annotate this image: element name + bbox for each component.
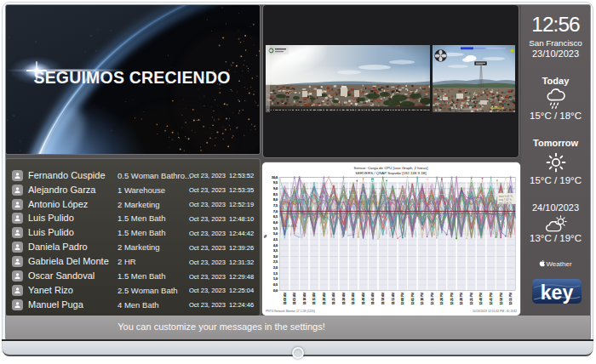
svg-text:Sensor: Carga de CPU [sive Gra: Sensor: Carga de CPU [sive Graph, 2 hora… (354, 166, 428, 170)
svg-text:key: key (541, 282, 574, 304)
svg-text:11:30 AM: 11:30 AM (342, 293, 346, 304)
svg-text:11:50 AM: 11:50 AM (381, 293, 385, 304)
svg-text:12:15 PM: 12:15 PM (431, 293, 434, 305)
svg-text:12:35 PM: 12:35 PM (470, 293, 473, 305)
svg-text:5,5: 5,5 (273, 227, 278, 230)
svg-text:PRTG Network Monitor 17.1.28 (: PRTG Network Monitor 17.1.28 (1220) (266, 310, 315, 313)
svg-text:max 9,61 %: max 9,61 % (499, 195, 513, 198)
svg-text:12:50 PM: 12:50 PM (500, 293, 503, 305)
svg-text:12:20 PM: 12:20 PM (440, 293, 444, 305)
svg-text:12:55 PM: 12:55 PM (509, 293, 513, 305)
svg-text:11:25 AM: 11:25 AM (332, 293, 335, 304)
svg-text:0,5: 0,5 (273, 283, 278, 287)
svg-text:11:45 AM: 11:45 AM (371, 293, 375, 304)
svg-text:11:20 AM: 11:20 AM (323, 293, 326, 304)
svg-text:1,0: 1,0 (273, 277, 278, 281)
svg-text:11:05 AM: 11:05 AM (293, 293, 296, 304)
svg-text:7,5: 7,5 (273, 204, 278, 208)
svg-text:11:00 AM: 11:00 AM (284, 293, 287, 304)
svg-text:3,5: 3,5 (273, 249, 278, 253)
svg-text:11:10 AM: 11:10 AM (303, 293, 307, 304)
svg-text:3,0: 3,0 (273, 255, 278, 259)
svg-text:12:10 PM: 12:10 PM (421, 293, 424, 305)
svg-text:8,0: 8,0 (273, 198, 278, 202)
svg-text:11:35 AM: 11:35 AM (352, 293, 355, 304)
svg-text:11:15 AM: 11:15 AM (312, 293, 316, 304)
svg-text:avg 7,02 %: avg 7,02 % (499, 198, 512, 202)
svg-text:SEGUIMOS CRECIENDO: SEGUIMOS CRECIENDO (33, 68, 230, 87)
svg-text:9,0: 9,0 (273, 187, 278, 191)
svg-text:4,0: 4,0 (273, 244, 278, 247)
svg-text:8,5: 8,5 (273, 193, 278, 196)
svg-text:Min: 4,46 %: Min: 4,46 % (282, 225, 297, 228)
svg-text:11:55 AM: 11:55 AM (392, 293, 395, 304)
svg-text:5,0: 5,0 (273, 232, 278, 236)
svg-text:1,5: 1,5 (273, 272, 278, 276)
svg-text:12:00 PM: 12:00 PM (401, 293, 404, 305)
svg-text:10/23/2023 12:55:32 PM - ID 20: 10/23/2023 12:55:32 PM - ID 2032 (473, 310, 517, 313)
svg-text:12:25 PM: 12:25 PM (450, 293, 454, 305)
svg-text:11:40 AM: 11:40 AM (362, 293, 365, 304)
svg-text:12:40 PM: 12:40 PM (479, 293, 483, 305)
svg-text:SERVERS / QNAP Sopvdw [192.168: SERVERS / QNAP Sopvdw [192.168.9.1B] (355, 171, 427, 175)
svg-text:2,0: 2,0 (273, 266, 278, 270)
svg-text:7,0: 7,0 (273, 210, 278, 213)
svg-text:10,0: 10,0 (272, 176, 278, 179)
svg-text:4,5: 4,5 (273, 238, 278, 242)
svg-text:%: % (263, 235, 267, 238)
svg-text:0,0: 0,0 (273, 289, 278, 293)
svg-text:12:45 PM: 12:45 PM (490, 293, 493, 305)
svg-text:6,0: 6,0 (273, 221, 278, 225)
svg-text:6,5: 6,5 (273, 215, 278, 219)
svg-text:12:30 PM: 12:30 PM (460, 293, 463, 305)
svg-text:9,5: 9,5 (273, 181, 278, 185)
svg-text:12:05 PM: 12:05 PM (411, 293, 415, 305)
svg-text:2,5: 2,5 (273, 260, 278, 264)
svg-text:min 4,46 %: min 4,46 % (499, 202, 512, 205)
